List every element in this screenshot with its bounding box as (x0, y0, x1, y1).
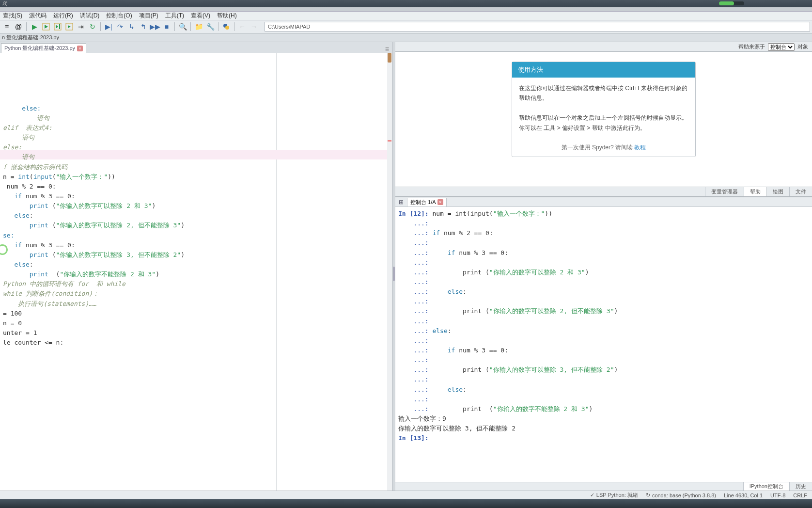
right-tab[interactable]: 绘图 (766, 187, 789, 196)
code-line: n = 0 (3, 318, 389, 328)
console-line: ...: print ("你输入的数字可以整除 3, 但不能整除 2") (398, 365, 809, 375)
code-line: print ("你输入的数字可以整除 3, 但不能整除 2") (3, 250, 389, 260)
outline-icon[interactable]: ≡ (2, 22, 12, 32)
console-bottom-tab[interactable]: IPython控制台 (743, 482, 789, 491)
help-source-label: 帮助来源于 (738, 43, 765, 50)
console-line: ...: if num % 3 == 0: (398, 346, 809, 355)
menu-item[interactable]: 源代码 (29, 12, 47, 20)
help-footer: 第一次使用 Spyder? 请阅读 教程 (512, 139, 695, 157)
right-tab[interactable]: 文件 (789, 187, 812, 196)
console-tab[interactable]: 控制台 1/A × (407, 198, 447, 206)
console-line: ...: print ("你输入的数字可以整除 2 和 3") (398, 268, 809, 277)
code-line: print ("你输入的数字可以整除 2 和 3") (3, 201, 389, 211)
status-lsp: ✓ LSP Python: 就绪 (590, 492, 638, 499)
code-editor[interactable]: else: 语句elif 表达式4: 语句else: 语句f 嵌套结构的示例代码… (0, 53, 392, 491)
help-pane: 使用方法 在这里你可以通过在编辑器或者终端中按 Ctrl+I 来获得任何对象的帮… (395, 52, 812, 197)
svg-marker-3 (56, 25, 58, 29)
menu-item[interactable]: 调试(D) (80, 12, 100, 20)
status-conda[interactable]: ↻ conda: base (Python 3.8.8) (646, 492, 716, 498)
menu-item[interactable]: 查看(V) (191, 12, 210, 20)
tutorial-link[interactable]: 教程 (634, 144, 646, 151)
continue-icon[interactable]: ▶▶ (150, 22, 160, 32)
code-line: if num % 3 == 0: (3, 240, 389, 250)
status-bar: ✓ LSP Python: 就绪 ↻ conda: base (Python 3… (0, 491, 812, 499)
svg-rect-4 (59, 24, 60, 29)
code-line: else: (3, 211, 389, 221)
code-line: print ("你输入的数字不能整除 2 和 3") (3, 270, 389, 279)
console-line: ...: else: (398, 385, 809, 395)
console-line: ...: print ("你输入的数字可以整除 2, 但不能整除 3") (398, 306, 809, 316)
close-icon[interactable]: × (437, 199, 443, 205)
run-selection-icon[interactable] (64, 22, 74, 32)
version-fragment: .8) (2, 1, 8, 6)
console-line: ...: else: (398, 287, 809, 297)
code-line: elif 表达式4: (3, 123, 389, 133)
stop-icon[interactable]: ■ (162, 22, 172, 32)
console-line: ...: (398, 238, 809, 248)
menu-item[interactable]: 控制台(O) (106, 12, 132, 20)
step-in-icon[interactable]: ↳ (127, 22, 137, 32)
code-line: 执行语句(statements)…… (3, 299, 389, 309)
step-over-icon[interactable]: ↷ (115, 22, 125, 32)
help-card: 使用方法 在这里你可以通过在编辑器或者终端中按 Ctrl+I 来获得任何对象的帮… (512, 62, 696, 157)
ipython-console[interactable]: In [12]: num = int(input("输入一个数字：")) ...… (395, 207, 812, 482)
python-icon[interactable] (221, 22, 231, 32)
console-line: ...: (398, 258, 809, 268)
console-bottom-tab[interactable]: 历史 (789, 482, 812, 491)
at-icon[interactable]: @ (14, 22, 23, 32)
close-icon[interactable]: × (77, 46, 83, 51)
code-line: 语句 (3, 133, 389, 143)
code-line: print ("你输入的数字可以整除 2, 但不能整除 3") (3, 221, 389, 230)
console-line: ...: (398, 355, 809, 365)
zoom-icon[interactable]: 🔍 (178, 22, 187, 32)
right-tab[interactable]: 变量管理器 (705, 187, 744, 196)
working-dir-field[interactable]: C:\Users\MIAPAD (265, 22, 810, 32)
right-tab[interactable]: 帮助 (744, 187, 766, 196)
code-line: le counter <= n: (3, 338, 389, 348)
code-line: else: (3, 260, 389, 270)
menu-item[interactable]: 帮助(H) (217, 12, 237, 20)
run-to-icon[interactable]: ⇥ (76, 22, 86, 32)
console-line: ...: if num % 3 == 0: (398, 248, 809, 258)
console-bottom-tabs: IPython控制台历史 (395, 482, 812, 491)
code-line: if num % 3 == 0: (3, 191, 389, 201)
forward-icon[interactable]: → (249, 22, 259, 32)
menu-item[interactable]: 项目(P) (139, 12, 158, 20)
console-expand-icon[interactable]: ⊞ (397, 198, 405, 206)
folder-icon[interactable]: 📁 (194, 22, 203, 32)
console-line: ...: (398, 277, 809, 287)
code-line: Python 中的循环语句有 for 和 while (3, 279, 389, 289)
back-icon[interactable]: ← (237, 22, 247, 32)
hamburger-icon[interactable]: ≡ (385, 45, 389, 53)
console-tab-bar: ⊞ 控制台 1/A × (395, 197, 812, 207)
help-source-select[interactable]: 控制台 (768, 43, 795, 51)
code-line: 语句 (3, 152, 389, 162)
code-line: while 判断条件(condition)： (3, 289, 389, 299)
progress-indicator (719, 1, 744, 5)
os-taskbar[interactable] (0, 499, 812, 508)
code-line: = 100 (3, 309, 389, 318)
console-line: ...: (398, 219, 809, 228)
run-icon[interactable]: ▶ (30, 22, 39, 32)
debug-step-icon[interactable]: ▶| (104, 22, 113, 32)
console-line: ...: if num % 2 == 0: (398, 228, 809, 238)
svg-point-8 (225, 26, 229, 30)
step-out-icon[interactable]: ↰ (139, 22, 148, 32)
menu-item[interactable]: 工具(T) (165, 12, 184, 20)
rerun-icon[interactable]: ↻ (88, 22, 97, 32)
code-line: f 嵌套结构的示例代码 (3, 162, 389, 172)
console-line: 你输入的数字可以整除 3, 但不能整除 2 (398, 424, 809, 433)
menubar[interactable]: 查找(S)源代码运行(R)调试(D)控制台(O)项目(P)工具(T)查看(V)帮… (0, 12, 812, 20)
run-cell-advance-icon[interactable] (53, 22, 62, 32)
help-object-label: 对象 (797, 43, 808, 50)
console-line: ...: (398, 375, 809, 384)
console-line: ...: (398, 317, 809, 326)
wrench-icon[interactable]: 🔧 (205, 22, 215, 32)
file-tab[interactable]: Python 量化编程基础-2023.py × (1, 43, 86, 53)
window-titlebar: .8) (0, 0, 812, 7)
menu-item[interactable]: 查找(S) (3, 12, 22, 20)
run-cell-icon[interactable] (41, 22, 51, 32)
right-pane-tabs: 变量管理器帮助绘图文件 (395, 187, 812, 196)
console-line: In [13]: (398, 433, 809, 443)
menu-item[interactable]: 运行(R) (53, 12, 73, 20)
